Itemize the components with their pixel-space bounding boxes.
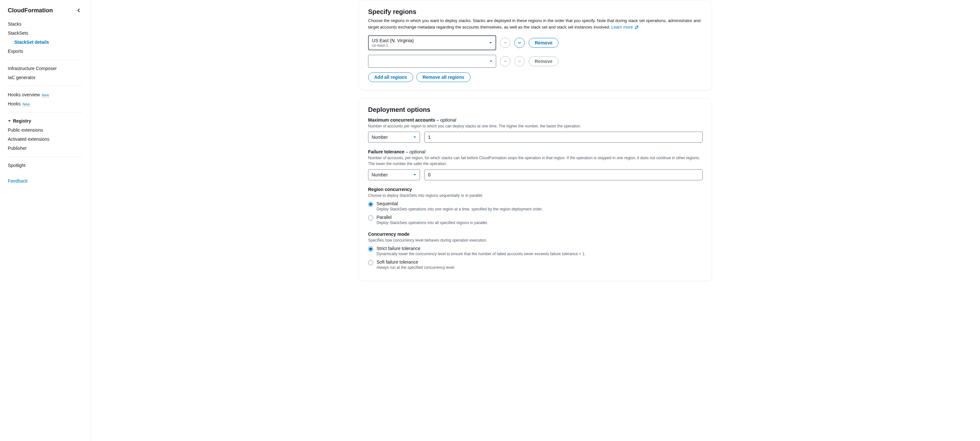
- nav-item-spotlight[interactable]: Spotlight: [0, 161, 91, 170]
- caret-down-icon: [413, 136, 417, 139]
- region-code: us-east-1: [372, 43, 485, 48]
- radio-soft-failure[interactable]: Soft failure tolerance Always run at the…: [368, 260, 703, 270]
- optional-text: – optional: [435, 117, 456, 123]
- nav-label: Hooks overview: [8, 92, 40, 97]
- field-label: Concurrency mode: [368, 231, 703, 237]
- max-concurrent-value-input[interactable]: [425, 132, 703, 143]
- failure-tolerance-type-select[interactable]: Number: [368, 169, 420, 180]
- radio-strict-failure[interactable]: Strict failure tolerance Dynamically low…: [368, 246, 703, 256]
- field-hint: Specifies how concurrency level behaves …: [368, 237, 703, 243]
- radio-parallel[interactable]: Parallel Deploy StackSets operations int…: [368, 215, 703, 225]
- move-down-button-1: [514, 56, 525, 67]
- caret-down-icon: [489, 41, 492, 44]
- failure-tolerance-field: Failure tolerance – optional Number of a…: [368, 149, 703, 180]
- radio-desc: Deploy StackSets operations into one reg…: [377, 207, 542, 212]
- nav-section-label: Registry: [13, 118, 31, 124]
- failure-tolerance-value-input[interactable]: [425, 169, 703, 180]
- nav-item-hooks[interactable]: HooksNew: [0, 99, 91, 108]
- panel-description: Choose the regions in which you want to …: [368, 18, 703, 30]
- label-text: Maximum concurrent accounts: [368, 117, 435, 123]
- caret-down-icon: [413, 174, 417, 176]
- new-badge: New: [42, 93, 49, 97]
- nav-group-5: Spotlight: [0, 161, 91, 170]
- region-select-1[interactable]: [368, 55, 496, 68]
- nav-item-iac-generator[interactable]: IaC generator: [0, 73, 91, 82]
- nav-divider: [8, 60, 83, 60]
- nav-item-hooks-overview[interactable]: Hooks overviewNew: [0, 90, 91, 99]
- radio-label: Soft failure tolerance: [377, 260, 455, 264]
- move-up-button-0: [500, 38, 511, 48]
- radio-sequential[interactable]: Sequential Deploy StackSets operations i…: [368, 201, 703, 212]
- nav-label: Hooks: [8, 101, 21, 107]
- max-concurrent-type-select[interactable]: Number: [368, 132, 420, 143]
- desc-text: Choose the regions in which you want to …: [368, 18, 700, 30]
- nav-item-stacksets[interactable]: StackSets: [0, 29, 91, 38]
- radio-input[interactable]: [368, 247, 373, 252]
- radio-label: Sequential: [377, 201, 542, 206]
- radio-desc: Always run at the specified concurrency …: [377, 265, 455, 270]
- nav-divider: [8, 112, 83, 113]
- radio-input[interactable]: [368, 202, 373, 207]
- field-hint: Number of accounts, per region, for whic…: [368, 155, 703, 167]
- chevron-down-icon: [517, 41, 522, 45]
- new-badge: New: [23, 102, 30, 107]
- remove-all-regions-button[interactable]: Remove all regions: [417, 72, 470, 82]
- nav-group-registry: Public extensions Activated extensions P…: [0, 126, 91, 153]
- region-row-1: Remove: [368, 55, 703, 68]
- nav-item-exports[interactable]: Exports: [0, 47, 91, 56]
- label-text: Failure tolerance: [368, 149, 404, 154]
- chevron-down-icon: [517, 60, 522, 63]
- remove-region-button-1: Remove: [528, 56, 558, 66]
- learn-more-link[interactable]: Learn more: [611, 25, 638, 30]
- radio-label: Strict failure tolerance: [377, 246, 585, 251]
- nav-group-1: Stacks StackSets StackSet details Export…: [0, 19, 91, 56]
- field-hint: Number of accounts per region to which y…: [368, 123, 703, 129]
- nav-divider: [8, 86, 83, 86]
- radio-input[interactable]: [368, 260, 373, 265]
- select-value: Number: [372, 135, 388, 140]
- select-value: Number: [372, 172, 388, 177]
- caret-down-icon: [8, 119, 11, 123]
- max-concurrent-field: Maximum concurrent accounts – optional N…: [368, 117, 703, 143]
- field-hint: Choose to deploy StackSets into regions …: [368, 193, 703, 199]
- panel-title: Deployment options: [368, 106, 703, 113]
- nav-section-registry[interactable]: Registry: [0, 116, 91, 126]
- field-label: Failure tolerance – optional: [368, 149, 703, 154]
- deployment-options-panel: Deployment options Maximum concurrent ac…: [359, 98, 712, 281]
- chevron-up-icon: [503, 60, 507, 63]
- chevron-left-icon: [77, 8, 80, 13]
- move-down-button-0[interactable]: [514, 38, 525, 48]
- radio-desc: Deploy StackSets operations into all spe…: [377, 221, 488, 225]
- sidebar: CloudFormation Stacks StackSets StackSet…: [0, 0, 91, 441]
- nav-item-activated-extensions[interactable]: Activated extensions: [0, 135, 91, 144]
- region-concurrency-field: Region concurrency Choose to deploy Stac…: [368, 187, 703, 225]
- remove-region-button-0[interactable]: Remove: [528, 38, 558, 48]
- collapse-sidebar-button[interactable]: [75, 6, 83, 14]
- nav-item-stackset-details[interactable]: StackSet details: [0, 38, 91, 47]
- radio-desc: Dynamically lower the concurrency level …: [377, 252, 585, 256]
- feedback-link[interactable]: Feedback: [0, 177, 91, 185]
- move-up-button-1: [500, 56, 511, 67]
- nav-item-publisher[interactable]: Publisher: [0, 144, 91, 153]
- nav-item-infrastructure-composer[interactable]: Infrastructure Composer: [0, 64, 91, 73]
- nav-group-2: Infrastructure Composer IaC generator: [0, 64, 91, 82]
- region-select-0[interactable]: US East (N. Virginia) us-east-1: [368, 35, 496, 50]
- region-row-0: US East (N. Virginia) us-east-1 Remove: [368, 35, 703, 50]
- link-text: Learn more: [611, 25, 633, 30]
- nav-item-public-extensions[interactable]: Public extensions: [0, 126, 91, 135]
- nav-item-stacks[interactable]: Stacks: [0, 19, 91, 29]
- radio-label: Parallel: [377, 215, 488, 220]
- add-all-regions-button[interactable]: Add all regions: [368, 72, 413, 82]
- field-label: Region concurrency: [368, 187, 703, 192]
- concurrency-mode-field: Concurrency mode Specifies how concurren…: [368, 231, 703, 270]
- panel-title: Specify regions: [368, 8, 703, 16]
- radio-input[interactable]: [368, 215, 373, 221]
- optional-text: – optional: [404, 149, 425, 154]
- chevron-up-icon: [503, 41, 507, 45]
- external-link-icon: [635, 25, 638, 29]
- specify-regions-panel: Specify regions Choose the regions in wh…: [359, 0, 712, 90]
- caret-down-icon: [489, 60, 493, 62]
- nav-group-3: Hooks overviewNew HooksNew: [0, 90, 91, 108]
- field-label: Maximum concurrent accounts – optional: [368, 117, 703, 123]
- region-name: US East (N. Virginia): [372, 38, 485, 43]
